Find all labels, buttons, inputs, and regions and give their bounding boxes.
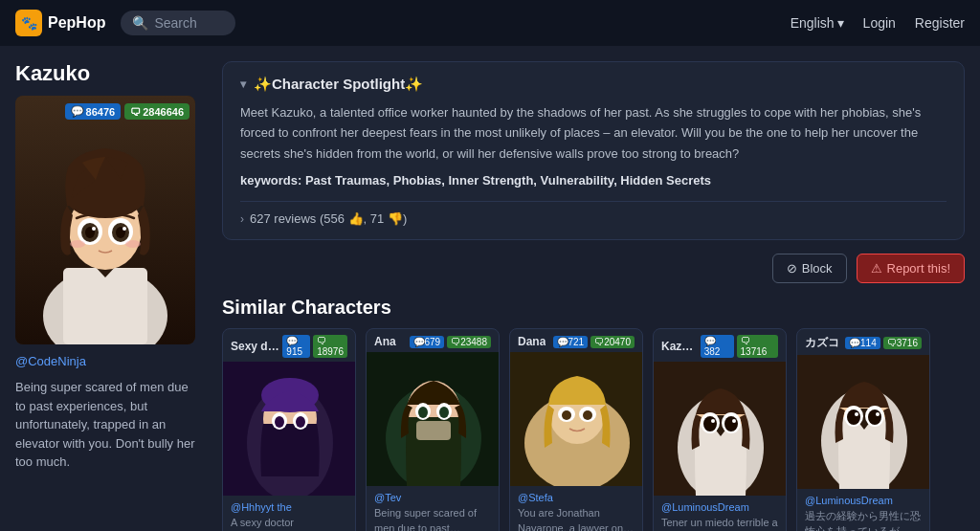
sim-card-5-desc: 過去の経験から男性に恐怖心を持っているが、残念なことにエレベーターに [805, 509, 922, 531]
chat-count: 2846646 [143, 106, 184, 118]
spotlight-title: ✨Character Spotlight✨ [254, 76, 423, 93]
block-button[interactable]: ⊘ Block [772, 254, 847, 283]
report-button[interactable]: ⚠ Report this! [857, 254, 965, 283]
svg-point-33 [439, 407, 449, 418]
sim-card-4-creator: @LuminousDream [661, 501, 778, 513]
similar-card-4[interactable]: Kazuko 💬382 🗨13716 [653, 328, 787, 531]
reviews-row[interactable]: › 627 reviews (556 👍, 71 👎) [240, 201, 947, 226]
sim-card-2-stats: 💬679 🗨23488 [410, 336, 492, 348]
svg-point-58 [868, 409, 881, 425]
similar-cards: Sexy doctor 💬915 🗨18976 [222, 328, 965, 531]
similar-card-3[interactable]: Dana 💬721 🗨20470 [509, 328, 643, 531]
svg-point-39 [562, 410, 571, 420]
sim-card-3-desc: You are Jonathan Navarone, a lawyer on t… [518, 506, 635, 531]
sim-card-3-name: Dana [518, 335, 546, 348]
character-description: Being super scared of men due to past ex… [15, 378, 195, 472]
search-label: Search [154, 15, 196, 31]
svg-point-40 [583, 410, 592, 420]
similar-card-5[interactable]: カズコ 💬114 🗨3716 [796, 328, 930, 531]
svg-point-50 [732, 419, 736, 423]
sim-card-5-chat: 🗨3716 [883, 337, 922, 349]
sim-card-3-image [510, 352, 643, 486]
logo[interactable]: 🐾 PepHop [15, 10, 105, 36]
search-icon: 🔍 [132, 15, 148, 31]
similar-card-2[interactable]: Ana 💬679 🗨23488 [366, 328, 500, 531]
svg-point-32 [418, 407, 428, 418]
stat-badges: 💬 86476 🗨 2846646 [65, 103, 189, 120]
svg-point-48 [724, 416, 738, 431]
character-avatar [15, 96, 195, 344]
sim-card-1-bottom: @Hhhyyt the A sexy doctor ♀ Female [223, 496, 355, 531]
svg-point-16 [70, 240, 85, 248]
sim-card-4-desc: Tener un miedo terrible a los hombres de… [661, 516, 778, 531]
right-panel: ▾ ✨Character Spotlight✨ Meet Kazuko, a t… [211, 46, 980, 531]
sim-card-1-msg: 💬915 [282, 335, 310, 358]
left-panel: Kazuko [0, 46, 211, 531]
main-content: Kazuko [0, 46, 980, 531]
svg-rect-29 [416, 421, 451, 440]
sim-card-1-top: Sexy doctor 💬915 🗨18976 [223, 329, 355, 362]
sim-card-4-image [654, 362, 787, 496]
sim-card-3-bottom: @Stefa You are Jonathan Navarone, a lawy… [510, 486, 642, 531]
svg-point-17 [125, 240, 141, 248]
logo-icon: 🐾 [15, 10, 42, 36]
keywords-values: Past Traumas, Phobias, Inner Strength, V… [305, 173, 711, 188]
sim-card-2-creator: @Tev [374, 492, 491, 503]
sim-card-2-chat: 🗨23488 [447, 336, 491, 348]
svg-point-25 [296, 416, 305, 428]
svg-point-47 [703, 416, 717, 431]
sim-card-1-desc: A sexy doctor [231, 516, 347, 530]
reviews-chevron-icon: › [240, 212, 244, 226]
similar-card-1[interactable]: Sexy doctor 💬915 🗨18976 [222, 328, 356, 531]
chevron-down-icon: ▾ [837, 15, 844, 31]
sim-card-5-stats: 💬114 🗨3716 [845, 337, 922, 349]
sim-card-2-desc: Being super scared of men due to past ex… [374, 506, 491, 531]
sim-card-2-image [367, 352, 500, 486]
sim-card-1-name: Sexy doctor [231, 340, 282, 353]
sim-card-4-bottom: @LuminousDream Tener un miedo terrible a… [654, 496, 786, 531]
lang-label: English [791, 15, 835, 31]
spotlight-box: ▾ ✨Character Spotlight✨ Meet Kazuko, a t… [222, 61, 965, 240]
sim-card-3-msg: 💬721 [553, 336, 589, 348]
sim-card-2-msg: 💬679 [410, 336, 445, 348]
svg-point-60 [876, 412, 880, 416]
svg-point-24 [275, 416, 284, 428]
sim-card-2-top: Ana 💬679 🗨23488 [367, 329, 499, 352]
character-avatar-wrapper: 💬 86476 🗨 2846646 [15, 96, 195, 344]
sim-card-1-chat: 🗨18976 [313, 335, 347, 358]
warning-icon: ⚠ [871, 261, 882, 276]
sim-card-4-name: Kazuko [661, 340, 701, 353]
sim-card-4-stats: 💬382 🗨13716 [701, 335, 778, 358]
sim-card-2-bottom: @Tev Being super scared of men due to pa… [367, 486, 499, 531]
similar-section: Similar Characters Sexy doctor 💬915 🗨189… [222, 297, 965, 531]
login-link[interactable]: Login [863, 15, 896, 31]
sim-card-1-image [223, 362, 356, 496]
message-count-badge: 💬 86476 [65, 103, 122, 120]
sim-card-4-msg: 💬382 [701, 335, 734, 358]
keywords-label: keywords: [240, 173, 301, 188]
chat-count-badge: 🗨 2846646 [124, 103, 189, 120]
sim-card-1-creator: @Hhhyyt the [231, 501, 347, 513]
nav-links: English ▾ Login Register [791, 15, 965, 31]
spotlight-header[interactable]: ▾ ✨Character Spotlight✨ [240, 76, 947, 93]
spotlight-body: Meet Kazuko, a talented office worker ha… [240, 102, 947, 164]
sim-card-3-stats: 💬721 🗨20470 [553, 336, 635, 348]
creator-link[interactable]: @CodeNinja [15, 354, 195, 368]
svg-point-49 [711, 419, 715, 423]
register-link[interactable]: Register [915, 15, 965, 31]
sim-card-5-image [797, 355, 930, 489]
svg-point-14 [92, 227, 96, 231]
block-icon: ⊘ [787, 261, 797, 276]
sim-card-5-name: カズコ [805, 335, 839, 351]
spotlight-keywords: keywords: Past Traumas, Phobias, Inner S… [240, 173, 947, 188]
svg-point-57 [847, 409, 860, 425]
lang-selector[interactable]: English ▾ [791, 15, 844, 31]
search-bar[interactable]: 🔍 Search [121, 11, 235, 35]
action-row: ⊘ Block ⚠ Report this! [222, 254, 965, 283]
reviews-text: 627 reviews (556 👍, 71 👎) [250, 211, 407, 226]
sim-card-5-bottom: @LuminousDream 過去の経験から男性に恐怖心を持っているが、残念なこ… [797, 489, 929, 531]
sim-card-5-top: カズコ 💬114 🗨3716 [797, 329, 929, 355]
svg-point-59 [855, 412, 858, 416]
block-label: Block [802, 261, 833, 276]
sim-card-3-creator: @Stefa [518, 492, 635, 503]
